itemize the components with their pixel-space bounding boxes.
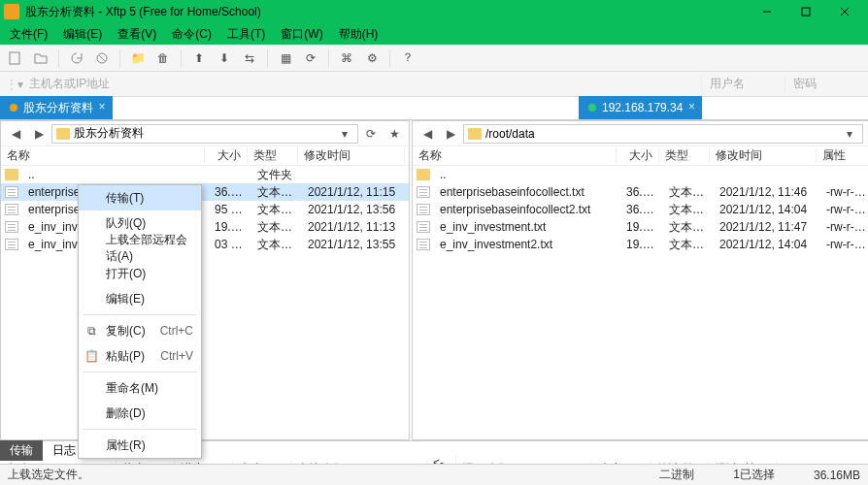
- back-icon[interactable]: ◀: [5, 123, 26, 145]
- file-row[interactable]: enterprisebas...36.16...文本文档2021/1/12, 1…: [1, 183, 409, 201]
- menu-view[interactable]: 查看(V): [112, 24, 162, 45]
- window-title: 股东分析资料 - Xftp 5 (Free for Home/School): [25, 4, 748, 20]
- folder-icon: [56, 128, 70, 140]
- back-icon[interactable]: ◀: [417, 123, 438, 145]
- file-row[interactable]: enterprisebaseinfocollect.txt36.16...文本文…: [413, 183, 868, 201]
- col-type[interactable]: 类型: [248, 147, 298, 164]
- col-name[interactable]: 名称: [1, 147, 205, 164]
- file-icon: [417, 239, 430, 250]
- menu-file[interactable]: 文件(F): [4, 24, 53, 45]
- menu-window[interactable]: 窗口(W): [275, 24, 328, 45]
- disconnect-icon[interactable]: [92, 48, 112, 68]
- file-type: 文件夹: [251, 167, 302, 183]
- username-input[interactable]: 用户名: [701, 76, 779, 92]
- host-input[interactable]: 主机名或IP地址: [29, 76, 695, 92]
- toolbar: 📁 🗑 ⬆ ⬇ ⇆ ▦ ⟳ ⌘ ⚙ ？: [0, 45, 868, 72]
- new-folder-icon[interactable]: 📁: [128, 48, 148, 68]
- help-icon[interactable]: ？: [398, 48, 417, 68]
- file-icon: [5, 221, 18, 233]
- path-dropdown-icon[interactable]: ▾: [336, 127, 353, 141]
- tab-transfer[interactable]: 传输: [0, 440, 43, 461]
- minimize-button[interactable]: [748, 0, 786, 23]
- col-size[interactable]: 大小: [617, 147, 659, 164]
- file-modified: 2021/1/12, 11:46: [714, 185, 820, 199]
- file-attrs: -rw-r--r--: [820, 185, 868, 199]
- bookmark-icon[interactable]: ★: [384, 123, 405, 145]
- tab-close-icon[interactable]: ×: [95, 100, 109, 113]
- context-item[interactable]: 重命名(M): [79, 375, 201, 401]
- file-row[interactable]: e_inv_investment.txt19.16...文本文档2021/1/1…: [413, 218, 868, 236]
- close-button[interactable]: [825, 0, 864, 23]
- file-size: 36.16...: [620, 185, 663, 199]
- local-file-list[interactable]: .. 文件夹 enterprisebas...36.16...文本文档2021/…: [1, 166, 409, 439]
- file-size: 19.16...: [620, 238, 663, 251]
- open-session-icon[interactable]: [31, 48, 50, 68]
- file-row[interactable]: enterprisebas...95 By...文本文档2021/1/12, 1…: [1, 201, 409, 218]
- context-item[interactable]: 打开(O): [79, 261, 201, 286]
- new-session-icon[interactable]: [6, 48, 25, 68]
- terminal-icon[interactable]: ⌘: [337, 48, 356, 68]
- tab-close-icon[interactable]: ×: [684, 100, 698, 113]
- file-modified: 2021/1/12, 13:55: [302, 238, 409, 251]
- context-item[interactable]: 上载全部远程会话(A): [79, 236, 201, 261]
- reconnect-icon[interactable]: [67, 48, 86, 68]
- password-input[interactable]: 密码: [785, 76, 862, 92]
- maximize-button[interactable]: [786, 0, 825, 23]
- tab-local[interactable]: 股东分析资料 ×: [0, 96, 113, 119]
- col-type[interactable]: 类型: [659, 147, 710, 164]
- file-type: 文本文档: [663, 237, 714, 253]
- context-label: 删除(D): [106, 405, 146, 422]
- download-icon[interactable]: ⬇: [215, 48, 234, 68]
- local-path-input[interactable]: 股东分析资料 ▾: [51, 124, 358, 144]
- view-icon[interactable]: ▦: [276, 48, 295, 68]
- col-modified[interactable]: 修改时间: [710, 147, 817, 164]
- forward-icon[interactable]: ▶: [28, 123, 50, 145]
- status-mode: 二进制: [659, 467, 694, 483]
- col-modified[interactable]: 修改时间: [298, 147, 405, 164]
- session-dropdown-icon[interactable]: ▾: [17, 78, 23, 91]
- menu-help[interactable]: 帮助(H): [333, 24, 384, 45]
- context-label: 队列(Q): [106, 215, 146, 232]
- context-label: 编辑(E): [106, 291, 145, 307]
- col-size[interactable]: 大小: [205, 147, 248, 164]
- remote-path-input[interactable]: /root/data ▾: [463, 124, 863, 144]
- context-item[interactable]: 📋粘贴(P)Ctrl+V: [79, 343, 201, 369]
- status-dot-icon: [10, 104, 17, 112]
- tab-remote[interactable]: 192.168.179.34 ×: [579, 96, 702, 119]
- context-item[interactable]: 传输(T): [79, 185, 201, 210]
- remote-file-list[interactable]: .. enterprisebaseinfocollect.txt36.16...…: [413, 166, 868, 439]
- parent-dir-row[interactable]: .. 文件夹: [1, 166, 409, 183]
- parent-dir-row[interactable]: ..: [413, 166, 868, 183]
- path-dropdown-icon[interactable]: ▾: [841, 127, 858, 141]
- col-attrs[interactable]: 属性: [817, 147, 868, 164]
- file-name: enterprisebaseinfocollect.txt: [434, 185, 620, 199]
- local-path-text: 股东分析资料: [74, 125, 144, 142]
- grip-icon: ⋮: [6, 78, 12, 91]
- file-row[interactable]: e_inv_investment2.txt19.16...文本文档2021/1/…: [413, 236, 868, 253]
- settings-icon[interactable]: ⚙: [362, 48, 382, 68]
- menu-tools[interactable]: 工具(T): [221, 24, 271, 45]
- file-row[interactable]: e_inv_investm...19.16...文本文档2021/1/12, 1…: [1, 218, 409, 236]
- menu-command[interactable]: 命令(C): [166, 24, 217, 45]
- context-item[interactable]: 编辑(E): [79, 286, 201, 311]
- file-row[interactable]: enterprisebaseinfocollect2.txt36.16...文本…: [413, 201, 868, 218]
- context-label: 传输(T): [106, 190, 144, 207]
- file-name: e_inv_investment.txt: [434, 220, 620, 234]
- file-row[interactable]: e_inv_investm...03 By...文本文档2021/1/12, 1…: [1, 236, 409, 253]
- file-type: 文本文档: [251, 202, 302, 218]
- copy-icon: ⧉: [84, 324, 98, 338]
- forward-icon[interactable]: ▶: [440, 123, 461, 145]
- menu-edit[interactable]: 编辑(E): [57, 24, 108, 45]
- file-type: 文本文档: [251, 184, 302, 201]
- context-label: 复制(C): [106, 323, 146, 340]
- context-item[interactable]: ⧉复制(C)Ctrl+C: [79, 318, 201, 343]
- file-type: 文本文档: [251, 237, 302, 253]
- sync-icon[interactable]: ⇆: [240, 48, 259, 68]
- col-name[interactable]: 名称: [413, 147, 617, 164]
- upload-icon[interactable]: ⬆: [189, 48, 209, 68]
- context-item[interactable]: 删除(D): [79, 401, 201, 426]
- delete-icon[interactable]: 🗑: [153, 48, 173, 68]
- refresh-icon[interactable]: ⟳: [360, 123, 382, 145]
- context-item[interactable]: 属性(R): [79, 433, 201, 458]
- refresh-icon[interactable]: ⟳: [301, 48, 320, 68]
